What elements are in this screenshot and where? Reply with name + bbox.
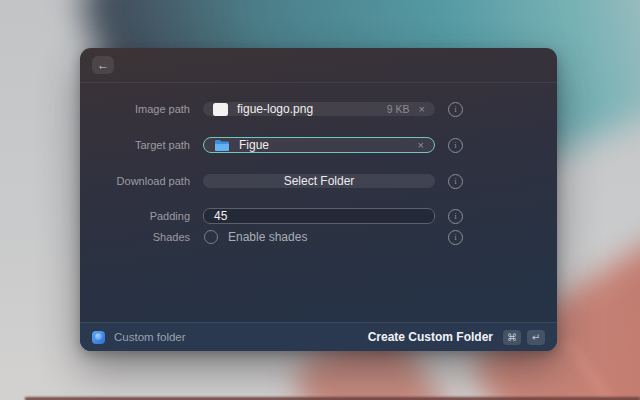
- row-padding: Padding 45 i: [80, 204, 557, 228]
- padding-label: Padding: [80, 210, 190, 222]
- target-path-label: Target path: [80, 139, 190, 151]
- enable-shades-checkbox[interactable]: [204, 230, 218, 244]
- download-path-label: Download path: [80, 175, 190, 187]
- back-button[interactable]: ←: [92, 56, 114, 74]
- row-target-path: Target path Figue × i: [80, 130, 557, 160]
- padding-value: 45: [214, 209, 227, 223]
- enable-shades-option-label: Enable shades: [228, 230, 307, 244]
- image-path-field[interactable]: figue-logo.png 9 KB ×: [203, 102, 435, 116]
- image-path-label: Image path: [80, 103, 190, 115]
- shades-label: Shades: [80, 231, 190, 243]
- clear-target-icon[interactable]: ×: [418, 139, 424, 151]
- dialog-footer: Custom folder Create Custom Folder ⌘ ↵: [80, 322, 557, 351]
- custom-folder-dialog: ← Image path figue-logo.png 9 KB × i Tar…: [80, 48, 557, 351]
- padding-input[interactable]: 45: [203, 208, 435, 224]
- select-folder-button[interactable]: Select Folder: [203, 174, 435, 188]
- row-download-path: Download path Select Folder i: [80, 167, 557, 195]
- cmd-key-icon: ⌘: [503, 330, 521, 345]
- info-icon[interactable]: i: [448, 102, 463, 117]
- dialog-header: ←: [80, 48, 557, 83]
- extension-app-icon: [92, 331, 105, 344]
- extension-name: Custom folder: [114, 331, 186, 343]
- row-shades: Shades Enable shades i: [80, 230, 557, 244]
- enter-key-icon: ↵: [527, 330, 545, 345]
- row-image-path: Image path figue-logo.png 9 KB × i: [80, 95, 557, 123]
- wallpaper-coral-line: [564, 339, 640, 400]
- folder-icon: [214, 139, 230, 152]
- image-thumbnail-icon: [213, 103, 228, 116]
- target-path-field[interactable]: Figue ×: [203, 137, 435, 153]
- back-arrow-icon: ←: [97, 58, 109, 72]
- info-icon[interactable]: i: [448, 138, 463, 153]
- clear-image-icon[interactable]: ×: [419, 103, 425, 115]
- target-path-value: Figue: [239, 138, 269, 152]
- info-icon[interactable]: i: [448, 230, 463, 245]
- info-icon[interactable]: i: [448, 209, 463, 224]
- image-path-value: figue-logo.png: [237, 102, 313, 116]
- create-custom-folder-button[interactable]: Create Custom Folder: [368, 330, 493, 344]
- file-size-badge: 9 KB: [387, 103, 410, 115]
- info-icon[interactable]: i: [448, 174, 463, 189]
